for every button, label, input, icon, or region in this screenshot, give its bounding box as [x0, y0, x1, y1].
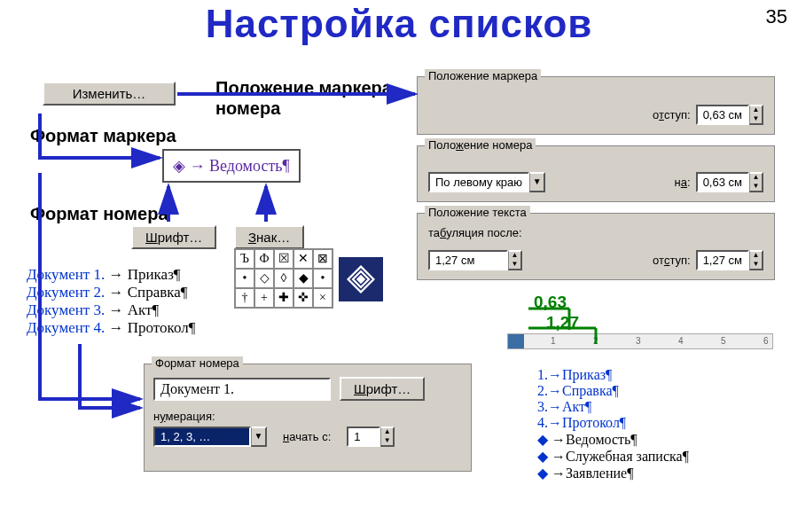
ruler: 1 2 3 4 5 6 — [507, 333, 773, 349]
symbol-preview — [339, 257, 383, 301]
group-marker-position: Положение маркера отступ: 0,63 см ▲▼ — [417, 76, 775, 135]
list-item: ◆→Ведомость¶ — [537, 431, 689, 448]
group-format-number: Формат номера Документ 1. Шрифт… нумерац… — [144, 364, 472, 472]
list-item: ◆→Служебная записка¶ — [537, 448, 689, 465]
format-number-value[interactable]: Документ 1. — [153, 378, 331, 401]
list-item: Документ 4. → Протокол¶ — [27, 319, 195, 337]
sample-bullet-box: ◈ → Ведомость¶ — [162, 149, 301, 183]
edit-button-label: Изменить… — [73, 86, 146, 101]
caption-format-marker: Формат маркера — [30, 126, 176, 146]
align-combo[interactable]: По левому краю ▼ — [428, 172, 545, 192]
list-item: 3.→Акт¶ — [537, 399, 689, 415]
at-label: на: — [675, 176, 691, 189]
numbering-label: нумерация: — [153, 410, 462, 423]
symbol-grid[interactable]: ЪФ☒✕⊠ •◇◊◆• †+✚✜× — [234, 248, 333, 309]
numbering-combo[interactable]: 1, 2, 3, … ▼ — [153, 426, 267, 447]
text-indent-label: отступ: — [653, 254, 691, 267]
list-item: ◆→Заявление¶ — [537, 465, 689, 481]
format-number-legend: Формат номера — [152, 356, 243, 370]
measure-063: 0,63 — [534, 293, 567, 312]
group-text-legend: Положение текста — [425, 206, 530, 219]
page-title: Настройка списков — [0, 2, 798, 46]
marker-indent-spinner[interactable]: 0,63 см ▲▼ — [696, 105, 763, 125]
group-marker-legend: Положение маркера — [425, 69, 541, 82]
sample-bullet-text: ◈ → Ведомость¶ — [173, 157, 290, 175]
indent-label: отступ: — [653, 108, 691, 121]
start-spinner[interactable]: 1 ▲▼ — [347, 426, 395, 447]
sign-button[interactable]: Знак… — [234, 225, 304, 249]
start-label: начать с: — [283, 430, 331, 443]
text-indent-spinner[interactable]: 1,27 см ▲▼ — [696, 250, 763, 270]
group-text-position: Положение текста табуляция после: 1,27 с… — [417, 213, 775, 280]
list-item: Документ 1. → Приказ¶ — [27, 266, 195, 284]
sign-button-label: Знак… — [248, 230, 290, 245]
list-item: 2.→Справка¶ — [537, 383, 689, 399]
document-list: Документ 1. → Приказ¶ Документ 2. → Спра… — [27, 266, 195, 337]
caption-marker-position: Положение маркера, номера — [215, 78, 411, 119]
list-item: 4.→Протокол¶ — [537, 415, 689, 431]
group-number-position: Положение номера По левому краю ▼ на: 0,… — [417, 145, 775, 202]
number-at-spinner[interactable]: 0,63 см ▲▼ — [696, 172, 763, 192]
font-button-2-label: Шрифт… — [354, 381, 411, 396]
list-item: 1.→Приказ¶ — [537, 367, 689, 383]
list-item: Документ 3. → Акт¶ — [27, 301, 195, 319]
edit-button[interactable]: Изменить… — [43, 82, 176, 106]
list-item: Документ 2. → Справка¶ — [27, 284, 195, 301]
tab-label: табуляция после: — [428, 226, 522, 239]
font-button[interactable]: Шрифт… — [131, 225, 216, 249]
numbered-list: 1.→Приказ¶ 2.→Справка¶ 3.→Акт¶ 4.→Проток… — [537, 367, 689, 481]
font-button-2[interactable]: Шрифт… — [340, 377, 425, 401]
group-number-legend: Положение номера — [425, 138, 536, 152]
caption-format-number: Формат номера — [30, 204, 168, 224]
font-button-label: Шрифт… — [145, 230, 202, 245]
tab-after-spinner[interactable]: 1,27 см ▲▼ — [428, 250, 522, 270]
measure-127: 1,27 — [546, 313, 579, 332]
